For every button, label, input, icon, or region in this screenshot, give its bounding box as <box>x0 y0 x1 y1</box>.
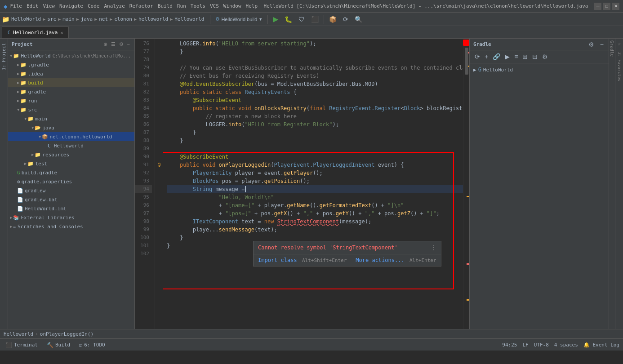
menu-edit[interactable]: Edit <box>27 3 39 9</box>
close-button[interactable]: ✕ <box>612 3 619 10</box>
scroll-thumb[interactable] <box>465 48 468 75</box>
menu-tools[interactable]: Tools <box>191 3 205 9</box>
window-controls[interactable]: ─ □ ✕ <box>594 3 619 10</box>
tree-item-iml[interactable]: 📄 HelloWorld.iml <box>8 204 134 213</box>
import-class-action[interactable]: Import class Alt+Shift+Enter <box>258 257 347 263</box>
menu-file[interactable]: File <box>10 3 22 9</box>
code-text: () + <box>410 209 427 218</box>
tree-item-gradle2[interactable]: ▶ 📁 gradle <box>8 87 134 96</box>
tree-item-scratches[interactable]: ▶ ✏ Scratches and Consoles <box>8 222 134 231</box>
gradle-add-button[interactable]: + <box>483 52 490 61</box>
menu-run[interactable]: Run <box>177 3 186 9</box>
menu-build[interactable]: Build <box>158 3 173 9</box>
menu-view[interactable]: View <box>43 3 55 9</box>
stop-button[interactable]: ⬛ <box>308 14 321 25</box>
helloworld-tab[interactable]: C Helloworld.java ✕ <box>2 27 69 38</box>
tree-item-run[interactable]: ▶ 📁 run <box>8 96 134 105</box>
run-with-coverage[interactable]: 🛡 <box>296 14 307 25</box>
minimize-panel-button[interactable]: − <box>126 41 131 47</box>
maximize-button[interactable]: □ <box>603 3 610 10</box>
tree-item-main[interactable]: ▼ 📁 main <box>8 114 134 123</box>
code-text: "Hello, World!\n" <box>219 193 274 201</box>
gradle-task-button[interactable]: ≡ <box>513 52 519 61</box>
code-text <box>167 177 193 185</box>
sync-button[interactable]: ⟳ <box>340 14 351 25</box>
ln-81: 81 <box>135 80 152 88</box>
gradle-strip-label[interactable]: Gradle <box>610 40 614 57</box>
gradle-minimize-button[interactable]: − <box>599 40 605 49</box>
title-bar-menus[interactable]: File Edit View Navigate Code Analyze Ref… <box>10 3 258 9</box>
build-tab[interactable]: 🔨 Build <box>45 342 72 348</box>
menu-navigate[interactable]: Navigate <box>59 3 83 9</box>
gradle-refresh-button[interactable]: ⟳ <box>473 52 481 61</box>
tab-close-button[interactable]: ✕ <box>60 30 63 35</box>
code-text: RegistryEvents <box>245 88 290 96</box>
gutter-86 <box>155 120 163 128</box>
run-label: run <box>28 98 37 104</box>
tree-item-gradle[interactable]: ▶ 📁 .gradle <box>8 60 134 69</box>
settings-button[interactable]: ⚙ <box>118 41 125 47</box>
tree-item-java[interactable]: ▼ 📂 java <box>8 123 134 132</box>
tree-item-build-gradle[interactable]: G build.gradle <box>8 168 134 177</box>
gutter-84 <box>155 103 163 111</box>
code-text: public void <box>180 161 219 169</box>
gradle-run-button[interactable]: ▶ <box>503 52 511 61</box>
menu-analyze[interactable]: Analyze <box>104 3 125 9</box>
filter-button[interactable]: ☰ <box>110 41 116 47</box>
code-text: (message); <box>339 218 371 226</box>
error-popup-menu-icon[interactable]: ⋮ <box>430 244 436 251</box>
favorites-icon[interactable]: ☆ <box>618 40 621 47</box>
more-actions-label[interactable]: More actions... <box>356 257 404 263</box>
add-item-button[interactable]: ⊕ <box>102 41 108 47</box>
tree-item-test[interactable]: ▶ 📁 test <box>8 159 134 168</box>
event-log-button[interactable]: 🔔 Event Log <box>583 342 619 348</box>
code-text: sendMessage <box>219 226 254 234</box>
search-everywhere[interactable]: 🔍 <box>352 14 365 25</box>
gradle-project-item[interactable]: ▶ G HelloWorld <box>473 65 605 74</box>
project-tool-label[interactable]: 1: Project <box>1 43 6 70</box>
gradle-unlink-button[interactable]: 🔗 <box>491 52 502 61</box>
menu-code[interactable]: Code <box>88 3 100 9</box>
menu-window[interactable]: Window <box>223 3 241 9</box>
tree-item-build[interactable]: ▶ 📁 build <box>8 78 134 87</box>
tree-root[interactable]: ▼ 📁 HelloWorld C:\Users\stnch\MinecraftM… <box>8 51 134 60</box>
tree-item-gradlew-bat[interactable]: 📄 gradlew.bat <box>8 195 134 204</box>
gradle-filter-button[interactable]: ⚙ <box>541 52 549 61</box>
tree-item-external-libraries[interactable]: ▶ 📚 External Libraries <box>8 213 134 222</box>
sdk-button[interactable]: 📦 <box>326 14 339 25</box>
terminal-tab[interactable]: ⬛ Terminal <box>4 342 40 348</box>
tree-item-gradlew[interactable]: 📄 gradlew <box>8 186 134 195</box>
debug-button[interactable]: 🐛 <box>282 14 295 25</box>
favorites-label[interactable]: 2: Favorites <box>617 52 622 81</box>
code-area[interactable]: 76 77 78 79 80 81 82 83 84 85 86 87 88 8… <box>135 39 469 329</box>
todo-tab[interactable]: ☑ 6: TODO <box>77 342 107 348</box>
ln-94: 94 <box>135 185 152 193</box>
more-actions-action[interactable]: More actions... Alt+Enter <box>356 257 436 263</box>
error-popup[interactable]: Cannot resolve symbol 'StringTextCompone… <box>253 241 441 266</box>
gradle-collapse-button[interactable]: ⊟ <box>531 52 539 61</box>
code-text: ); <box>333 120 339 129</box>
tree-item-src[interactable]: ▼ 📁 src <box>8 105 134 114</box>
code-text: PlayerEntity <box>193 169 232 177</box>
tree-item-package[interactable]: ▼ 📦 net.clonon.helloworld <box>8 132 134 141</box>
tree-item-resources[interactable]: ▶ 📁 resources <box>8 150 134 159</box>
code-lines-container[interactable]: LOGGER.info("HELLO from server starting"… <box>163 39 463 329</box>
project-selector[interactable]: 📁 HelloWorld ▶ src ▶ main ▶ java ▶ net ▶… <box>2 16 204 23</box>
breadcrumb-sep5: ▶ <box>110 17 112 22</box>
code-text: (bus = <box>254 80 277 88</box>
minimize-button[interactable]: ─ <box>594 3 601 10</box>
tree-item-idea[interactable]: ▶ 📁 .idea <box>8 69 134 78</box>
main-folder-icon: 📁 <box>27 116 34 122</box>
run-button[interactable]: ▶ <box>270 14 281 25</box>
menu-refactor[interactable]: Refactor <box>129 3 153 9</box>
gradle-expand-button[interactable]: ⊞ <box>521 52 529 61</box>
import-class-label[interactable]: Import class <box>258 257 297 263</box>
right-tool-strip: ☆ 2: Favorites <box>615 39 623 329</box>
tree-item-gradle-props[interactable]: ⚙ gradle.properties <box>8 177 134 186</box>
run-config-selector[interactable]: ⚙ HelloWorld build ▼ <box>213 14 265 25</box>
gradle2-arrow: ▶ <box>17 89 19 94</box>
tree-item-helloworld-class[interactable]: C Helloworld <box>8 141 134 150</box>
menu-vcs[interactable]: VCS <box>210 3 219 9</box>
gradle-settings-button[interactable]: ⚙ <box>587 40 596 49</box>
menu-help[interactable]: Help <box>246 3 258 9</box>
